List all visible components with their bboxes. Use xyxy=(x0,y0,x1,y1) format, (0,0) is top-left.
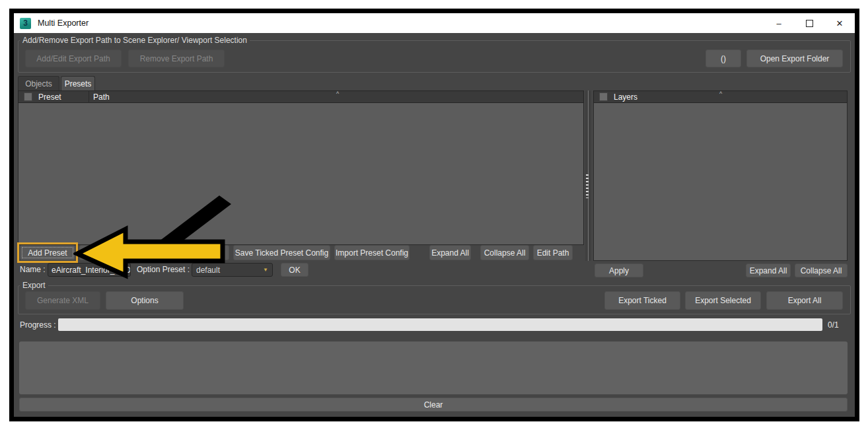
option-preset-value: default xyxy=(196,266,220,275)
export-selected-button[interactable]: Export Selected xyxy=(685,291,761,310)
generate-xml-button[interactable]: Generate XML xyxy=(25,291,100,310)
option-preset-dropdown[interactable]: default ▼ xyxy=(192,263,273,277)
maximize-icon xyxy=(806,20,813,27)
panel-splitter[interactable] xyxy=(585,90,591,261)
save-ticked-preset-config-button[interactable]: Save Ticked Preset Config xyxy=(233,245,330,260)
tab-objects[interactable]: Objects xyxy=(18,76,59,90)
dropdown-arrow-icon: ▼ xyxy=(263,267,268,273)
edit-path-button[interactable]: Edit Path xyxy=(533,245,573,260)
preset-name-input[interactable]: eAircraft_Interior_LOD00 xyxy=(48,263,131,277)
preset-header-checkbox[interactable] xyxy=(24,92,32,101)
window-controls: – ✕ xyxy=(764,13,855,33)
import-preset-config-button[interactable]: Import Preset Config xyxy=(334,245,410,260)
sort-chevron-icon[interactable]: ^ xyxy=(719,91,722,97)
annotation-highlight-box xyxy=(17,242,78,263)
export-group-label: Export xyxy=(20,281,48,290)
open-export-folder-button[interactable]: Open Export Folder xyxy=(746,50,843,67)
clear-button[interactable]: Clear xyxy=(19,398,848,412)
tab-presets[interactable]: Presets xyxy=(61,76,95,90)
export-all-button[interactable]: Export All xyxy=(766,291,843,310)
maximize-button[interactable] xyxy=(794,13,824,33)
preset-column-label: Preset xyxy=(38,92,61,102)
splitter-grip-icon[interactable] xyxy=(586,174,589,198)
remove-export-path-button[interactable]: Remove Export Path xyxy=(128,50,225,67)
ok-button[interactable]: OK xyxy=(281,263,308,277)
progress-label: Progress : xyxy=(20,320,56,330)
multi-exporter-window: 3 Multi Exporter – ✕ Add/Remove Export P… xyxy=(14,13,855,417)
apply-button[interactable]: Apply xyxy=(595,264,643,277)
expand-all-presets-button[interactable]: Expand All xyxy=(429,245,471,260)
layers-column-label: Layers xyxy=(614,92,637,102)
name-label: Name : xyxy=(20,265,46,274)
column-divider[interactable] xyxy=(89,91,89,104)
layers-list[interactable] xyxy=(593,103,848,261)
add-edit-export-path-button[interactable]: Add/Edit Export Path xyxy=(25,50,122,67)
duplicate-button[interactable]: ate xyxy=(79,245,177,260)
title-bar: 3 Multi Exporter – ✕ xyxy=(14,13,855,33)
progress-count: 0/1 xyxy=(828,320,839,330)
option-preset-label: Option Preset : xyxy=(137,265,190,274)
log-panel[interactable] xyxy=(19,341,848,394)
window-title: Multi Exporter xyxy=(38,18,89,28)
presets-list[interactable] xyxy=(18,103,584,245)
progress-bar xyxy=(58,318,822,331)
sort-chevron-icon[interactable]: ^ xyxy=(336,91,339,97)
minimize-button[interactable]: – xyxy=(764,13,794,33)
path-column-label: Path xyxy=(93,92,110,102)
options-button[interactable]: Options xyxy=(106,291,184,310)
layers-table-header[interactable]: Layers ^ xyxy=(593,90,848,103)
dialog-body: Add/Remove Export Path to Scene Explorer… xyxy=(14,33,855,417)
3dsmax-app-icon: 3 xyxy=(20,18,31,29)
screenshot-border: 3 Multi Exporter – ✕ Add/Remove Export P… xyxy=(9,9,859,421)
expand-all-layers-button[interactable]: Expand All xyxy=(746,264,791,277)
close-button[interactable]: ✕ xyxy=(824,13,855,33)
export-ticked-button[interactable]: Export Ticked xyxy=(604,291,680,310)
export-path-group-label: Add/Remove Export Path to Scene Explorer… xyxy=(20,36,250,45)
layers-header-checkbox[interactable] xyxy=(599,92,608,101)
refresh-button[interactable]: () xyxy=(705,50,741,67)
collapse-all-presets-button[interactable]: Collapse All xyxy=(480,245,529,260)
presets-table-header[interactable]: Preset Path ^ xyxy=(18,90,584,103)
remove-preset-button[interactable]: Remove xyxy=(181,245,229,260)
collapse-all-layers-button[interactable]: Collapse All xyxy=(795,264,848,277)
